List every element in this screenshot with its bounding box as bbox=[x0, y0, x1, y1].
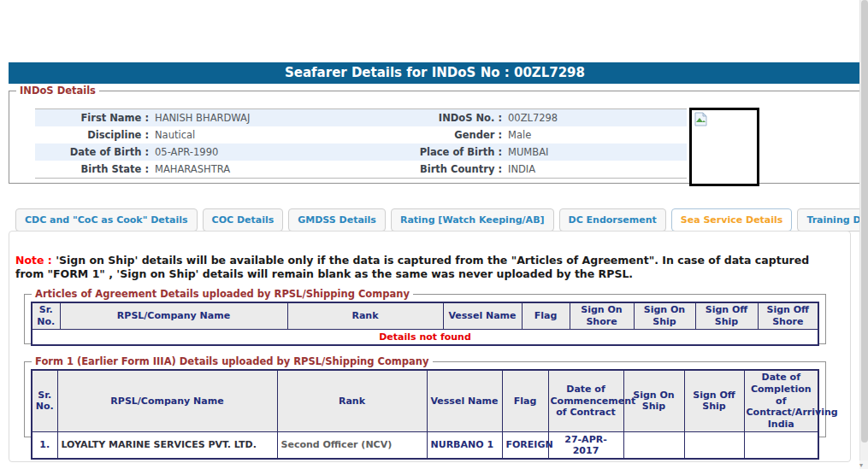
form1-header-row: Sr. No. RPSL/Company Name Rank Vessel Na… bbox=[32, 370, 818, 431]
form1-col-sign-off-ship: Sign Off Ship bbox=[684, 370, 744, 431]
form1-data-row: 1. LOYALTY MARINE SERVICES PVT. LTD. Sec… bbox=[32, 431, 818, 459]
vertical-scrollbar[interactable] bbox=[859, 0, 868, 469]
chevron-down-icon: ▾ bbox=[859, 461, 863, 469]
cell-flag: FOREIGN bbox=[502, 431, 548, 459]
tab-strip: CDC and "CoC as Cook" Details COC Detail… bbox=[15, 208, 868, 232]
first-name-value: HANISH BHARDWAJ bbox=[155, 112, 373, 124]
form1-col-company: RPSL/Company Name bbox=[57, 370, 277, 431]
page-title: Seafarer Details for INDoS No : 00ZL7298 bbox=[9, 62, 861, 84]
discipline-value: Nautical bbox=[155, 129, 373, 141]
tab-cdc-coc-as-cook-details[interactable]: CDC and "CoC as Cook" Details bbox=[15, 208, 198, 232]
articles-of-agreement-fieldset: Articles of Agreement Details uploaded b… bbox=[24, 288, 826, 344]
note-body: 'Sign on Ship' details will be available… bbox=[15, 254, 809, 280]
form1-col-date-commencement: Date of Commencement of Contract bbox=[548, 370, 623, 431]
indos-no-label: INDoS No. : bbox=[373, 112, 508, 124]
tab-dc-endorsement[interactable]: DC Endorsement bbox=[559, 208, 666, 232]
articles-col-sr-no: Sr. No. bbox=[32, 302, 60, 329]
articles-col-sign-off-shore: Sign Off Shore bbox=[758, 302, 818, 329]
articles-col-sign-off-ship: Sign Off Ship bbox=[695, 302, 758, 329]
place-of-birth-value: MUMBAI bbox=[508, 146, 687, 158]
cell-sr-no: 1. bbox=[32, 431, 57, 459]
indos-details-rows: First Name : HANISH BHARDWAJ INDoS No. :… bbox=[35, 108, 687, 179]
date-of-birth-value: 05-APR-1990 bbox=[155, 146, 373, 158]
cell-company: LOYALTY MARINE SERVICES PVT. LTD. bbox=[57, 431, 277, 459]
articles-col-flag: Flag bbox=[522, 302, 570, 329]
articles-header-row: Sr. No. RPSL/Company Name Rank Vessel Na… bbox=[32, 302, 818, 329]
form1-col-vessel: Vessel Name bbox=[427, 370, 502, 431]
indos-row-name: First Name : HANISH BHARDWAJ INDoS No. :… bbox=[35, 109, 687, 126]
form1-table: Sr. No. RPSL/Company Name Rank Vessel Na… bbox=[31, 369, 819, 460]
articles-col-sign-on-shore: Sign On Shore bbox=[570, 302, 634, 329]
form1-col-rank: Rank bbox=[277, 370, 427, 431]
indos-row-discipline: Discipline : Nautical Gender : Male bbox=[35, 126, 687, 144]
articles-col-sign-on-ship: Sign On Ship bbox=[634, 302, 695, 329]
form1-legend: Form 1 (Earlier Form IIIA) Details uploa… bbox=[32, 355, 433, 367]
indos-details-fieldset: INDoS Details First Name : HANISH BHARDW… bbox=[9, 85, 861, 184]
indos-no-value: 00ZL7298 bbox=[508, 112, 687, 124]
broken-image-icon bbox=[694, 112, 708, 126]
birth-state-value: MAHARASHTRA bbox=[155, 163, 373, 175]
articles-col-vessel: Vessel Name bbox=[443, 302, 522, 329]
form1-col-sr-no: Sr. No. bbox=[32, 370, 57, 431]
cell-date-completion bbox=[744, 431, 818, 459]
articles-of-agreement-legend: Articles of Agreement Details uploaded b… bbox=[32, 288, 413, 300]
indos-details-legend: INDoS Details bbox=[16, 85, 99, 97]
gender-value: Male bbox=[508, 129, 687, 141]
cell-rank: Second Officer (NCV) bbox=[277, 431, 427, 459]
tab-training-details[interactable]: Training Details bbox=[797, 208, 868, 232]
articles-col-company: RPSL/Company Name bbox=[60, 302, 287, 329]
articles-empty-row: Details not found bbox=[32, 329, 818, 345]
articles-col-rank: Rank bbox=[287, 302, 443, 329]
cell-sign-on-ship bbox=[623, 431, 684, 459]
first-name-label: First Name : bbox=[35, 112, 155, 124]
articles-of-agreement-table: Sr. No. RPSL/Company Name Rank Vessel Na… bbox=[31, 302, 819, 346]
place-of-birth-label: Place of Birth : bbox=[373, 146, 508, 158]
form1-col-sign-on-ship: Sign On Ship bbox=[623, 370, 684, 431]
note-prefix: Note : bbox=[15, 254, 52, 267]
cell-sign-off-ship bbox=[684, 431, 744, 459]
details-not-found-message: Details not found bbox=[32, 329, 818, 345]
scrollbar-thumb[interactable] bbox=[861, 0, 868, 443]
tab-gmdss-details[interactable]: GMDSS Details bbox=[288, 208, 386, 232]
cell-date-commencement: 27-APR-2017 bbox=[548, 431, 623, 459]
tab-rating-watch-keeping-ab[interactable]: Rating [Watch Keeping/AB] bbox=[391, 208, 554, 232]
birth-country-label: Birth Country : bbox=[373, 163, 508, 175]
discipline-label: Discipline : bbox=[35, 129, 155, 141]
indos-row-birth-date: Date of Birth : 05-APR-1990 Place of Bir… bbox=[35, 144, 687, 161]
tab-coc-details[interactable]: COC Details bbox=[203, 208, 284, 232]
indos-row-birth-state: Birth State : MAHARASHTRA Birth Country … bbox=[35, 161, 687, 178]
form1-fieldset: Form 1 (Earlier Form IIIA) Details uploa… bbox=[24, 355, 826, 437]
cell-vessel: NURBANO 1 bbox=[427, 431, 502, 459]
birth-state-label: Birth State : bbox=[35, 163, 155, 175]
date-of-birth-label: Date of Birth : bbox=[35, 146, 155, 158]
seafarer-photo-placeholder bbox=[689, 108, 759, 186]
sign-on-ship-note: Note : 'Sign on Ship' details will be av… bbox=[15, 254, 839, 280]
gender-label: Gender : bbox=[373, 129, 508, 141]
form1-col-date-completion: Date of Completion of Contract/Arriving … bbox=[744, 370, 818, 431]
form1-col-flag: Flag bbox=[502, 370, 548, 431]
tab-sea-service-details[interactable]: Sea Service Details bbox=[671, 208, 793, 232]
birth-country-value: INDIA bbox=[508, 163, 687, 175]
